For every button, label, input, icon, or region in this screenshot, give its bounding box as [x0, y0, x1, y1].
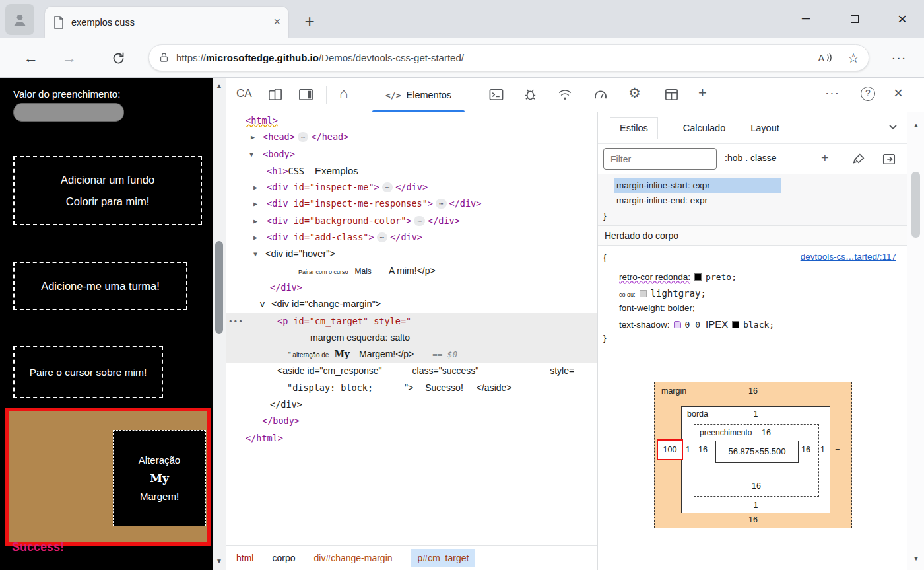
scroll-up-icon[interactable]: ▲: [213, 82, 226, 89]
window-close-button[interactable]: ×: [886, 7, 919, 32]
tab-close-icon[interactable]: ×: [273, 15, 280, 29]
new-tab-button[interactable]: +: [298, 11, 321, 33]
expand-icon[interactable]: ▶: [253, 213, 257, 229]
dom-node-h1[interactable]: <h1>CSSExemplos: [226, 162, 597, 179]
breadcrumb-body[interactable]: corpo: [272, 553, 295, 563]
border-bottom-value[interactable]: 1: [682, 501, 830, 510]
tab-performance-icon[interactable]: [593, 87, 609, 102]
scroll-up-icon[interactable]: ▲: [908, 122, 924, 129]
dom-node-change-margin-open[interactable]: v<div id="change-margin">: [226, 296, 597, 312]
refresh-button[interactable]: [106, 46, 131, 71]
breadcrumb-cm-target[interactable]: p#cm_target: [411, 549, 476, 567]
dom-node-background-color[interactable]: ▶<div id="background-color">⋯</div>: [226, 213, 597, 229]
back-button[interactable]: ←: [18, 46, 44, 71]
margin-top-value[interactable]: 16: [655, 386, 851, 396]
styles-filter-input[interactable]: [603, 148, 717, 170]
color-swatch-black[interactable]: [732, 321, 739, 328]
tab-application-icon[interactable]: [664, 87, 679, 102]
css-property-text-shadow[interactable]: text-shadow:0 0IPEXblack;: [619, 318, 774, 330]
padding-value-input[interactable]: [13, 103, 124, 122]
dom-node-body-close[interactable]: </body>: [226, 413, 597, 429]
dom-node-cm-target-close[interactable]: " alteração deMyMargem!</p>== $0: [226, 346, 597, 363]
dom-node-cm-target-open[interactable]: •••<p id="cm_target" style=": [226, 313, 597, 330]
padding-left-value[interactable]: 16: [698, 445, 708, 454]
dom-node-hover-p[interactable]: Pairar com o cursoMaisA mim!</p>: [226, 263, 597, 279]
read-aloud-icon[interactable]: A: [817, 52, 833, 65]
tab-estilos[interactable]: Estilos: [610, 117, 658, 139]
border-top-value[interactable]: 1: [682, 410, 830, 419]
window-minimize-button[interactable]: ─: [789, 7, 822, 32]
styles-scrollbar-thumb[interactable]: [911, 172, 920, 238]
styles-scrollbar[interactable]: ▲ ▼: [907, 112, 924, 570]
expand-icon[interactable]: ▶: [253, 196, 257, 212]
margin-bottom-value[interactable]: 16: [655, 515, 851, 524]
expand-icon[interactable]: ▶: [251, 129, 255, 145]
margin-right-value[interactable]: −: [835, 445, 840, 454]
node-more-icon[interactable]: ⋯: [298, 132, 309, 142]
add-class-button[interactable]: Adicione-me uma turma!: [13, 262, 187, 310]
margin-left-value-highlighted[interactable]: 100: [657, 439, 683, 460]
css-property-background-color[interactable]: retro-cor redonda:preto;: [619, 272, 737, 282]
scroll-down-icon[interactable]: ▼: [908, 555, 924, 562]
css-property-font-weight[interactable]: font-weight: bolder;: [619, 303, 695, 313]
highlighted-property[interactable]: margin-inline-start: expr: [614, 178, 781, 193]
margin-demo-box[interactable]: Alteração My Margem!: [113, 430, 206, 526]
devtools-more-menu-icon[interactable]: ···: [825, 86, 840, 100]
profile-avatar[interactable]: [5, 4, 34, 35]
welcome-home-icon[interactable]: ⌂: [339, 85, 348, 102]
dock-side-icon[interactable]: [298, 87, 314, 102]
devtools-close-icon[interactable]: ×: [894, 84, 903, 102]
expand-icon[interactable]: ▶: [253, 179, 257, 196]
node-options-dots-icon[interactable]: •••: [228, 313, 244, 330]
dom-node-inspect-me-responses[interactable]: ▶<div id="inspect-me-responses">⋯</div>: [226, 196, 597, 212]
padding-top-value[interactable]: 16: [762, 428, 771, 437]
collapse-icon[interactable]: ▼: [249, 146, 253, 162]
color-swatch-black[interactable]: [694, 273, 702, 281]
color-swatch-lightgray[interactable]: [640, 290, 647, 297]
chevron-down-icon[interactable]: [888, 124, 898, 131]
computed-brush-icon[interactable]: [851, 152, 866, 166]
page-scrollbar-thumb[interactable]: [215, 241, 223, 334]
device-emulation-icon[interactable]: [268, 87, 283, 102]
new-style-rule-plus-icon[interactable]: +: [821, 151, 829, 166]
scroll-down-icon[interactable]: ▼: [213, 557, 226, 565]
tab-settings-gear-icon[interactable]: ⚙: [628, 85, 641, 101]
window-maximize-button[interactable]: [838, 7, 871, 32]
border-left-value[interactable]: 1: [686, 445, 690, 454]
site-permissions-lock-icon[interactable]: [158, 52, 170, 63]
content-size[interactable]: 56.875×55.500: [715, 441, 799, 463]
stylesheet-source-link[interactable]: devtools-cs…tarted/:117: [801, 252, 896, 262]
border-right-value[interactable]: 1: [820, 445, 825, 454]
browser-settings-more-icon[interactable]: ···: [886, 47, 912, 69]
breadcrumb-change-margin[interactable]: div#change-margin: [314, 553, 392, 563]
favorites-star-icon[interactable]: ☆: [847, 50, 859, 66]
dom-node-html-close[interactable]: </html>: [226, 430, 597, 446]
more-tabs-plus-icon[interactable]: +: [698, 85, 707, 102]
help-icon[interactable]: ?: [861, 87, 875, 101]
element-state-icon[interactable]: [882, 152, 896, 166]
node-more-icon[interactable]: ⋯: [436, 199, 447, 209]
breadcrumb-html[interactable]: html: [236, 553, 253, 563]
hover-me-button[interactable]: Paire o cursor sobre mim!: [13, 346, 163, 398]
tab-elements[interactable]: </> Elementos: [367, 78, 470, 112]
page-scrollbar[interactable]: ▲ ▼: [213, 78, 226, 570]
dom-node-head[interactable]: ▶<head>⋯</head>: [226, 129, 597, 145]
expand-icon[interactable]: ▶: [253, 229, 257, 246]
node-more-icon[interactable]: ⋯: [414, 216, 425, 226]
change-margin-highlighted-region[interactable]: Alteração My Margem!: [5, 408, 211, 546]
shadow-editor-icon[interactable]: [674, 321, 681, 328]
css-property-color[interactable]: co ou:lightgray;: [619, 288, 706, 299]
address-bar[interactable]: https://microsoftedge.github.io/Demos/de…: [148, 44, 869, 71]
dom-node-add-class[interactable]: ▶<div id="add-class">⋯</div>: [226, 229, 597, 246]
node-more-icon[interactable]: ⋯: [382, 182, 393, 192]
tab-issues-bug-icon[interactable]: [523, 87, 538, 102]
padding-bottom-value[interactable]: 16: [694, 481, 818, 491]
dom-node-html-open[interactable]: <html>: [226, 112, 597, 129]
css-property-row[interactable]: margin-inline-start: expr: [598, 178, 907, 193]
dom-node-change-margin-close[interactable]: </div>: [226, 396, 597, 413]
dom-node-aside-content[interactable]: "display: block;">Sucesso!</aside>: [226, 380, 597, 396]
collapse-icon[interactable]: ▼: [253, 246, 257, 262]
browser-tab[interactable]: exemplos cuss ×: [45, 7, 288, 38]
css-property-row[interactable]: margin-inline-end: expr: [598, 193, 907, 208]
dom-node-hover-close[interactable]: </div>: [226, 279, 597, 296]
